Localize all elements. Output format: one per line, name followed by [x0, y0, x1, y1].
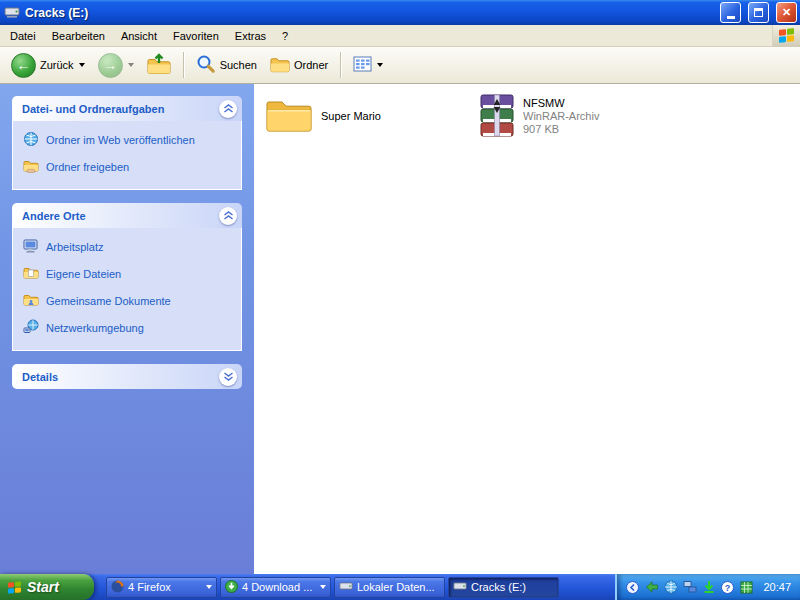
panel-file-tasks-body: Ordner im Web veröffentlichen Ordner fre…	[12, 121, 242, 190]
sidebar: Datei- und Ordneraufgaben Ordner im Web …	[0, 84, 254, 574]
emule-icon[interactable]	[644, 580, 659, 595]
views-button[interactable]	[348, 54, 388, 76]
chart-icon[interactable]	[739, 580, 754, 595]
sidebar-item-label: Ordner im Web veröffentlichen	[46, 134, 195, 146]
file-tile-nfsmw[interactable]: NFSMW WinRAR-Archiv 907 KB	[480, 94, 599, 140]
menu-hilfe[interactable]: ?	[274, 26, 296, 46]
collapse-chevron-icon[interactable]	[219, 100, 237, 118]
download-icon	[225, 580, 238, 595]
maximize-button[interactable]	[748, 2, 769, 23]
winrar-archive-icon	[480, 94, 514, 140]
task-dropdown-icon[interactable]	[320, 585, 326, 589]
drive-icon	[453, 580, 467, 594]
toolbar-separator	[340, 52, 341, 78]
task-button-cracks[interactable]: Cracks (E:)	[448, 577, 559, 598]
taskbar-clock: 20:47	[763, 581, 791, 593]
views-icon	[353, 56, 372, 74]
sidebar-item-label: Netzwerkumgebung	[46, 322, 144, 334]
toolbar: ← Zurück → Suchen Ordner	[0, 47, 800, 84]
network-places-icon	[23, 319, 39, 337]
menu-extras[interactable]: Extras	[227, 26, 274, 46]
file-name: Super Mario	[321, 110, 381, 122]
task-label: Cracks (E:)	[471, 581, 554, 593]
taskbar: Start 4 Firefox 4 Download ...	[0, 574, 800, 600]
minimize-button[interactable]	[720, 2, 741, 23]
sidebar-item-share-folder[interactable]: Ordner freigeben	[23, 158, 235, 176]
close-button[interactable]: ✕	[776, 2, 797, 23]
sidebar-item-label: Ordner freigeben	[46, 161, 129, 173]
window-title: Cracks (E:)	[25, 6, 713, 20]
sidebar-item-eigene-dateien[interactable]: Eigene Dateien	[23, 265, 235, 283]
panel-details: Details	[12, 364, 242, 389]
sidebar-item-gemeinsame-dokumente[interactable]: Gemeinsame Dokumente	[23, 292, 235, 310]
panel-title: Details	[22, 371, 219, 383]
sidebar-item-arbeitsplatz[interactable]: Arbeitsplatz	[23, 238, 235, 256]
search-label: Suchen	[220, 59, 257, 71]
file-name: NFSMW	[523, 97, 599, 109]
close-icon: ✕	[782, 6, 791, 19]
globe-icon[interactable]	[663, 580, 678, 595]
panel-other-places-body: Arbeitsplatz Eigene Dateien Gemeinsame D…	[12, 228, 242, 351]
panel-other-places-header[interactable]: Andere Orte	[12, 203, 242, 228]
up-button[interactable]	[142, 51, 176, 79]
collapse-chevron-icon[interactable]	[219, 207, 237, 225]
windows-flag-icon	[779, 28, 794, 43]
back-icon: ←	[11, 53, 36, 78]
menu-bearbeiten[interactable]: Bearbeiten	[44, 26, 113, 46]
title-bar: Cracks (E:) ✕	[0, 0, 800, 25]
folders-icon	[270, 56, 290, 75]
back-label: Zurück	[40, 59, 74, 71]
drive-icon	[4, 4, 20, 21]
task-button-firefox[interactable]: 4 Firefox	[106, 577, 217, 598]
up-folder-icon	[147, 53, 171, 77]
download-status-icon[interactable]	[701, 580, 716, 595]
network-icon[interactable]	[682, 580, 697, 595]
hide-icons-button[interactable]	[625, 580, 640, 595]
toolbar-separator	[183, 52, 184, 78]
panel-title: Andere Orte	[22, 210, 219, 222]
sidebar-item-label: Arbeitsplatz	[46, 241, 103, 253]
svg-text:?: ?	[725, 582, 731, 592]
firefox-icon	[111, 580, 124, 595]
file-list: Super Mario	[254, 84, 800, 574]
taskbar-tasks: 4 Firefox 4 Download ... Lokaler Daten..…	[94, 574, 615, 600]
folder-icon	[266, 96, 312, 135]
forward-dropdown-icon	[128, 63, 134, 67]
windows-flag-icon	[8, 581, 21, 593]
task-dropdown-icon[interactable]	[206, 585, 212, 589]
windows-logo	[772, 25, 800, 47]
search-button[interactable]: Suchen	[191, 52, 262, 78]
sidebar-item-label: Eigene Dateien	[46, 268, 121, 280]
start-button[interactable]: Start	[0, 574, 94, 600]
main-area: Datei- und Ordneraufgaben Ordner im Web …	[0, 84, 800, 574]
folders-button[interactable]: Ordner	[265, 54, 333, 77]
task-label: 4 Firefox	[128, 581, 202, 593]
menu-ansicht[interactable]: Ansicht	[113, 26, 165, 46]
help-icon[interactable]: ?	[720, 580, 735, 595]
my-documents-icon	[23, 265, 39, 283]
sidebar-item-netzwerkumgebung[interactable]: Netzwerkumgebung	[23, 319, 235, 337]
panel-file-tasks-header[interactable]: Datei- und Ordneraufgaben	[12, 96, 242, 121]
start-label: Start	[27, 579, 59, 595]
back-button[interactable]: ← Zurück	[6, 51, 90, 80]
task-button-download[interactable]: 4 Download ...	[220, 577, 331, 598]
task-button-lokaler-datentraeger[interactable]: Lokaler Daten...	[334, 577, 445, 598]
shared-documents-icon	[23, 292, 39, 310]
file-tile-super-mario[interactable]: Super Mario	[266, 96, 381, 135]
panel-details-header[interactable]: Details	[12, 364, 242, 389]
panel-other-places: Andere Orte Arbeitsplatz	[12, 203, 242, 351]
computer-icon	[23, 238, 39, 256]
sidebar-item-label: Gemeinsame Dokumente	[46, 295, 171, 307]
file-type: WinRAR-Archiv	[523, 110, 599, 122]
web-publish-icon	[23, 131, 39, 149]
explorer-window: Cracks (E:) ✕ Datei Bearbeiten Ansicht F…	[0, 0, 800, 600]
views-dropdown-icon	[377, 63, 383, 67]
menu-favoriten[interactable]: Favoriten	[165, 26, 227, 46]
forward-button[interactable]: →	[93, 51, 139, 80]
expand-chevron-icon[interactable]	[219, 368, 237, 386]
share-folder-icon	[23, 158, 39, 176]
sidebar-item-publish-web[interactable]: Ordner im Web veröffentlichen	[23, 131, 235, 149]
forward-icon: →	[98, 53, 123, 78]
menu-datei[interactable]: Datei	[2, 26, 44, 46]
menu-bar: Datei Bearbeiten Ansicht Favoriten Extra…	[0, 25, 800, 47]
